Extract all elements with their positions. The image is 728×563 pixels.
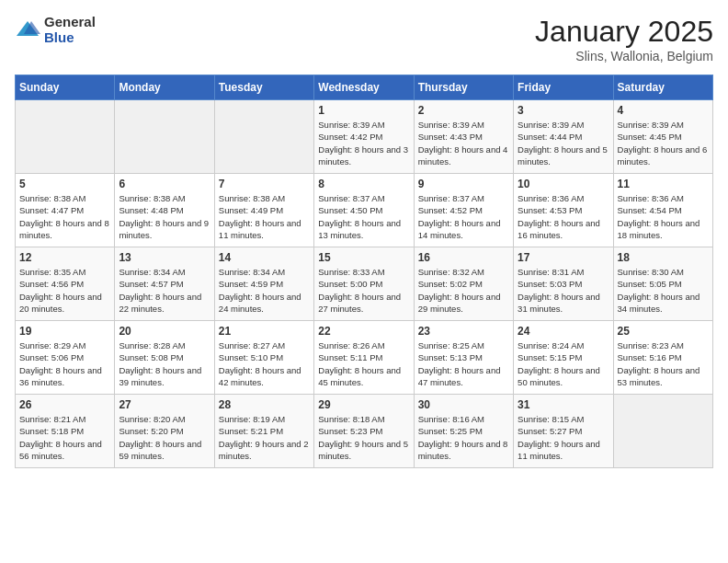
day-number: 5 <box>19 178 110 190</box>
day-info: Sunrise: 8:15 AMSunset: 5:27 PMDaylight:… <box>518 413 609 462</box>
logo-text: General Blue <box>44 15 96 45</box>
day-info: Sunrise: 8:19 AMSunset: 5:21 PMDaylight:… <box>219 413 310 462</box>
calendar-cell <box>214 100 313 174</box>
month-title: January 2025 <box>535 15 713 49</box>
calendar-cell <box>16 100 115 174</box>
calendar-table: SundayMondayTuesdayWednesdayThursdayFrid… <box>15 75 713 468</box>
day-number: 8 <box>318 178 409 190</box>
day-number: 27 <box>119 398 210 411</box>
day-number: 7 <box>219 178 310 190</box>
day-info: Sunrise: 8:31 AMSunset: 5:03 PMDaylight:… <box>518 266 609 315</box>
calendar-cell: 12Sunrise: 8:35 AMSunset: 4:56 PMDayligh… <box>16 247 115 321</box>
week-row-2: 5Sunrise: 8:38 AMSunset: 4:47 PMDaylight… <box>16 174 713 247</box>
calendar-cell <box>613 395 712 468</box>
day-info: Sunrise: 8:30 AMSunset: 5:05 PMDaylight:… <box>618 266 709 315</box>
calendar-cell: 18Sunrise: 8:30 AMSunset: 5:05 PMDayligh… <box>613 247 712 321</box>
day-info: Sunrise: 8:38 AMSunset: 4:47 PMDaylight:… <box>19 192 110 241</box>
calendar-cell: 31Sunrise: 8:15 AMSunset: 5:27 PMDayligh… <box>514 395 613 468</box>
calendar-cell: 6Sunrise: 8:38 AMSunset: 4:48 PMDaylight… <box>115 174 214 247</box>
day-number: 11 <box>618 178 709 190</box>
weekday-header-wednesday: Wednesday <box>314 75 414 100</box>
header: General Blue January 2025 Slins, Walloni… <box>15 15 713 63</box>
day-info: Sunrise: 8:16 AMSunset: 5:25 PMDaylight:… <box>418 413 509 462</box>
calendar-cell: 8Sunrise: 8:37 AMSunset: 4:50 PMDaylight… <box>314 174 414 247</box>
weekday-header-monday: Monday <box>115 75 214 100</box>
day-number: 28 <box>219 398 310 411</box>
logo: General Blue <box>15 15 96 45</box>
day-info: Sunrise: 8:37 AMSunset: 4:52 PMDaylight:… <box>418 192 509 241</box>
calendar-cell: 29Sunrise: 8:18 AMSunset: 5:23 PMDayligh… <box>314 395 414 468</box>
day-info: Sunrise: 8:34 AMSunset: 4:57 PMDaylight:… <box>119 266 210 315</box>
location-title: Slins, Wallonia, Belgium <box>535 49 713 63</box>
day-info: Sunrise: 8:21 AMSunset: 5:18 PMDaylight:… <box>19 413 110 462</box>
day-info: Sunrise: 8:18 AMSunset: 5:23 PMDaylight:… <box>318 413 409 462</box>
calendar-cell: 30Sunrise: 8:16 AMSunset: 5:25 PMDayligh… <box>414 395 513 468</box>
day-info: Sunrise: 8:32 AMSunset: 5:02 PMDaylight:… <box>418 266 509 315</box>
day-number: 31 <box>518 398 609 411</box>
logo-blue-text: Blue <box>44 30 96 46</box>
calendar-cell: 7Sunrise: 8:38 AMSunset: 4:49 PMDaylight… <box>214 174 313 247</box>
day-number: 29 <box>318 398 409 411</box>
day-number: 1 <box>318 104 409 117</box>
day-info: Sunrise: 8:39 AMSunset: 4:42 PMDaylight:… <box>318 119 409 167</box>
calendar-cell: 5Sunrise: 8:38 AMSunset: 4:47 PMDaylight… <box>16 174 115 247</box>
weekday-header-sunday: Sunday <box>16 75 115 100</box>
calendar-cell: 3Sunrise: 8:39 AMSunset: 4:44 PMDaylight… <box>514 100 613 174</box>
day-number: 12 <box>19 251 110 264</box>
logo-icon <box>15 17 40 43</box>
calendar-cell: 4Sunrise: 8:39 AMSunset: 4:45 PMDaylight… <box>613 100 712 174</box>
day-info: Sunrise: 8:38 AMSunset: 4:48 PMDaylight:… <box>119 192 210 241</box>
day-info: Sunrise: 8:27 AMSunset: 5:10 PMDaylight:… <box>219 339 310 388</box>
day-number: 9 <box>418 178 509 190</box>
weekday-header-row: SundayMondayTuesdayWednesdayThursdayFrid… <box>16 75 713 100</box>
calendar-cell: 19Sunrise: 8:29 AMSunset: 5:06 PMDayligh… <box>16 321 115 395</box>
day-number: 26 <box>19 398 110 411</box>
title-area: January 2025 Slins, Wallonia, Belgium <box>535 15 713 63</box>
day-info: Sunrise: 8:28 AMSunset: 5:08 PMDaylight:… <box>119 339 210 388</box>
calendar-cell: 26Sunrise: 8:21 AMSunset: 5:18 PMDayligh… <box>16 395 115 468</box>
weekday-header-thursday: Thursday <box>414 75 513 100</box>
calendar-cell: 11Sunrise: 8:36 AMSunset: 4:54 PMDayligh… <box>613 174 712 247</box>
calendar-cell: 15Sunrise: 8:33 AMSunset: 5:00 PMDayligh… <box>314 247 414 321</box>
calendar-cell: 1Sunrise: 8:39 AMSunset: 4:42 PMDaylight… <box>314 100 414 174</box>
day-number: 22 <box>318 325 409 338</box>
day-info: Sunrise: 8:35 AMSunset: 4:56 PMDaylight:… <box>19 266 110 315</box>
calendar-cell: 20Sunrise: 8:28 AMSunset: 5:08 PMDayligh… <box>115 321 214 395</box>
calendar-cell: 13Sunrise: 8:34 AMSunset: 4:57 PMDayligh… <box>115 247 214 321</box>
weekday-header-friday: Friday <box>514 75 613 100</box>
day-info: Sunrise: 8:36 AMSunset: 4:53 PMDaylight:… <box>518 192 609 241</box>
week-row-1: 1Sunrise: 8:39 AMSunset: 4:42 PMDaylight… <box>16 100 713 174</box>
calendar-cell <box>115 100 214 174</box>
day-info: Sunrise: 8:25 AMSunset: 5:13 PMDaylight:… <box>418 339 509 388</box>
calendar-cell: 28Sunrise: 8:19 AMSunset: 5:21 PMDayligh… <box>214 395 313 468</box>
day-info: Sunrise: 8:29 AMSunset: 5:06 PMDaylight:… <box>19 339 110 388</box>
day-number: 20 <box>119 325 210 338</box>
day-number: 17 <box>518 251 609 264</box>
day-number: 15 <box>318 251 409 264</box>
logo-general-text: General <box>44 15 96 30</box>
day-number: 2 <box>418 104 509 117</box>
calendar-cell: 17Sunrise: 8:31 AMSunset: 5:03 PMDayligh… <box>514 247 613 321</box>
day-number: 23 <box>418 325 509 338</box>
calendar-cell: 9Sunrise: 8:37 AMSunset: 4:52 PMDaylight… <box>414 174 513 247</box>
week-row-5: 26Sunrise: 8:21 AMSunset: 5:18 PMDayligh… <box>16 395 713 468</box>
calendar-cell: 22Sunrise: 8:26 AMSunset: 5:11 PMDayligh… <box>314 321 414 395</box>
day-info: Sunrise: 8:23 AMSunset: 5:16 PMDaylight:… <box>618 339 709 388</box>
weekday-header-saturday: Saturday <box>613 75 712 100</box>
calendar-cell: 14Sunrise: 8:34 AMSunset: 4:59 PMDayligh… <box>214 247 313 321</box>
day-number: 19 <box>19 325 110 338</box>
week-row-4: 19Sunrise: 8:29 AMSunset: 5:06 PMDayligh… <box>16 321 713 395</box>
week-row-3: 12Sunrise: 8:35 AMSunset: 4:56 PMDayligh… <box>16 247 713 321</box>
day-number: 10 <box>518 178 609 190</box>
day-info: Sunrise: 8:38 AMSunset: 4:49 PMDaylight:… <box>219 192 310 241</box>
day-number: 30 <box>418 398 509 411</box>
calendar-cell: 23Sunrise: 8:25 AMSunset: 5:13 PMDayligh… <box>414 321 513 395</box>
weekday-header-tuesday: Tuesday <box>214 75 313 100</box>
day-number: 13 <box>119 251 210 264</box>
day-info: Sunrise: 8:26 AMSunset: 5:11 PMDaylight:… <box>318 339 409 388</box>
day-number: 6 <box>119 178 210 190</box>
day-info: Sunrise: 8:33 AMSunset: 5:00 PMDaylight:… <box>318 266 409 315</box>
day-number: 16 <box>418 251 509 264</box>
day-info: Sunrise: 8:39 AMSunset: 4:44 PMDaylight:… <box>518 119 609 167</box>
calendar-cell: 24Sunrise: 8:24 AMSunset: 5:15 PMDayligh… <box>514 321 613 395</box>
